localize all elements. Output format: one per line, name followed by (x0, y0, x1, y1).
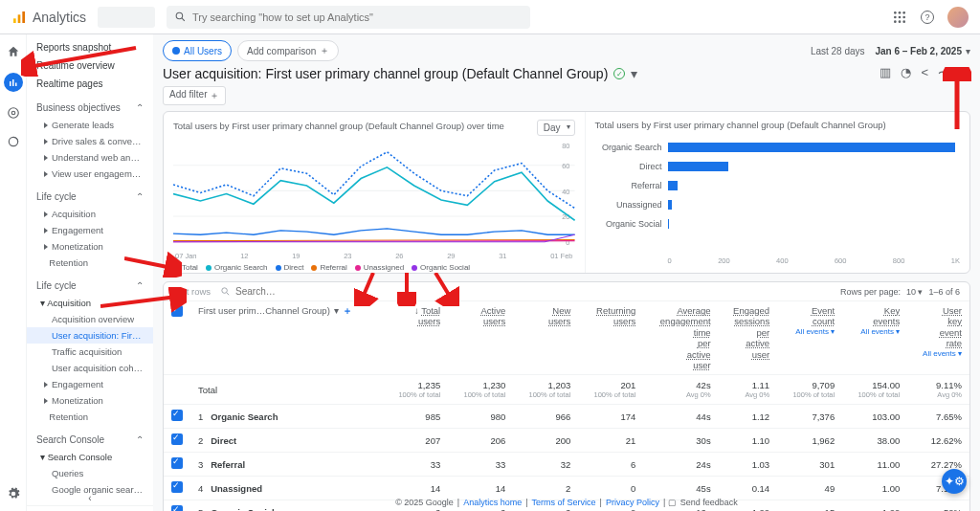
search-icon (174, 11, 187, 23)
sidebar-lc1-acquisition[interactable]: Acquisition (27, 206, 153, 222)
edit-icon[interactable]: ✎ (960, 65, 970, 82)
svg-point-8 (894, 15, 897, 18)
analytics-logo-icon (11, 10, 27, 25)
metric-header[interactable]: ↓ Totalusers (383, 301, 448, 375)
table-search[interactable] (220, 286, 831, 297)
bar-row: Organic Social (595, 216, 960, 232)
title-dropdown[interactable]: ▾ (631, 66, 637, 81)
svg-text:80: 80 (562, 141, 569, 149)
all-users-chip[interactable]: All Users (163, 40, 232, 61)
report-sidebar: Reports snapshot Realtime overview Realt… (27, 34, 153, 511)
sidebar-search-console[interactable]: Search Console⌃ (27, 431, 153, 449)
explore-icon[interactable] (6, 105, 21, 121)
table-row: 3 Referral333332624s1.0330111.0027.27% (164, 453, 969, 477)
svg-point-18 (11, 111, 15, 115)
share-icon[interactable]: < (921, 65, 928, 82)
sidebar-reports-snapshot[interactable]: Reports snapshot (27, 38, 153, 56)
help-icon[interactable]: ? (921, 11, 934, 24)
svg-point-11 (894, 20, 897, 23)
svg-point-9 (899, 15, 902, 18)
sidebar-lc1-monetization[interactable]: Monetization (27, 238, 153, 255)
table-search-input[interactable] (235, 286, 831, 297)
metric-header[interactable]: Activeusers (448, 301, 513, 375)
sidebar-life-cycle-1[interactable]: Life cycle⌃ (27, 188, 153, 206)
row-checkbox[interactable] (171, 481, 183, 493)
report-toolbar: ▥ ◔ < 〜 ✎ (880, 65, 970, 82)
granularity-select[interactable]: Day (537, 120, 575, 136)
admin-icon[interactable] (6, 486, 21, 501)
add-filter-button[interactable]: Add filter＋ (163, 86, 226, 105)
footer-feedback[interactable]: Send feedback (680, 498, 738, 507)
metric-header[interactable]: Averageengagementtimeperactiveuser (643, 301, 718, 375)
add-dimension-icon[interactable]: ＋ (343, 305, 352, 316)
sidebar-lc1-engagement[interactable]: Engagement (27, 222, 153, 238)
sidebar-realtime-overview[interactable]: Realtime overview (27, 56, 153, 75)
sidebar-sc-group[interactable]: ▾ Search Console (27, 449, 153, 465)
sidebar-sc-queries[interactable]: Queries (27, 465, 153, 481)
sidebar-life-cycle-2[interactable]: Life cycle⌃ (27, 277, 153, 295)
brand-name: Analytics (33, 10, 86, 25)
reports-icon[interactable] (4, 73, 23, 92)
sidebar-user-acq-cohorts[interactable]: User acquisition cohorts (27, 360, 153, 376)
apps-icon[interactable] (892, 10, 907, 25)
metric-header[interactable]: KeyeventsAll events ▾ (842, 301, 907, 375)
sidebar-realtime-pages[interactable]: Realtime pages (27, 75, 153, 93)
svg-text:60: 60 (562, 162, 569, 170)
footer-tos[interactable]: Terms of Service (532, 498, 596, 507)
charts-card: Total users by First user primary channe… (163, 111, 970, 274)
bar-chart-panel: Total users by First user primary channe… (586, 112, 969, 273)
sidebar-business-objectives[interactable]: Business objectives⌃ (27, 99, 153, 117)
global-search[interactable] (167, 6, 530, 29)
search-input[interactable] (192, 11, 523, 23)
metric-header[interactable]: UserkeyeventrateAll events ▾ (907, 301, 969, 375)
sidebar-generate-leads[interactable]: Generate leads (27, 117, 153, 133)
metric-header[interactable]: Newusers (513, 301, 578, 375)
customize-cols-icon[interactable]: ▥ (880, 65, 891, 82)
plot-rows-button[interactable]: Plot rows (173, 286, 211, 297)
sidebar-acq-overview[interactable]: Acquisition overview (27, 311, 153, 327)
row-checkbox[interactable] (171, 505, 183, 511)
sidebar-traffic-acquisition[interactable]: Traffic acquisition (27, 344, 153, 360)
metric-header[interactable]: Returningusers (578, 301, 643, 375)
row-checkbox[interactable] (171, 457, 183, 469)
sidebar-library[interactable]: Library (27, 505, 153, 511)
account-selector[interactable] (98, 7, 155, 28)
sidebar-understand-web[interactable]: Understand web and/or app t… (27, 149, 153, 166)
footer-privacy[interactable]: Privacy Policy (606, 498, 659, 507)
row-checkbox[interactable] (171, 410, 183, 421)
sidebar-lc1-retention[interactable]: Retention (27, 255, 153, 271)
table-row: 2 Direct2072062002130s1.101,96238.0012.6… (164, 429, 969, 453)
select-all-checkbox[interactable] (171, 305, 183, 317)
ai-assistant-fab[interactable]: ✦⚙ (942, 469, 967, 494)
home-icon[interactable] (6, 44, 21, 59)
trend-icon[interactable]: 〜 (938, 65, 950, 82)
line-chart-panel: Total users by First user primary channe… (164, 112, 586, 273)
collapse-sidebar[interactable]: ‹ (88, 493, 91, 503)
table-row: 1 Organic Search98598096617444s1.127,376… (164, 405, 969, 429)
sidebar-user-acquisition[interactable]: User acquisition: First user … (27, 327, 153, 344)
svg-point-7 (902, 11, 905, 14)
svg-point-3 (176, 12, 183, 19)
advertising-icon[interactable] (6, 134, 21, 149)
sidebar-lc2-acquisition[interactable]: ▾ Acquisition (27, 295, 153, 311)
search-icon (220, 286, 231, 297)
user-avatar[interactable] (947, 7, 969, 28)
page-title: User acquisition: First user primary cha… (163, 66, 637, 81)
add-comparison-chip[interactable]: Add comparison＋ (237, 40, 339, 61)
bar-row: Organic Search (595, 140, 960, 155)
rpp-select[interactable]: 10 ▾ (906, 287, 924, 297)
sidebar-lc2-engagement[interactable]: Engagement (27, 376, 153, 392)
metric-header[interactable]: Engagedsessionsperactiveuser (719, 301, 778, 375)
insights-icon[interactable]: ◔ (901, 65, 911, 82)
row-checkbox[interactable] (171, 433, 183, 445)
svg-rect-1 (18, 14, 21, 23)
footer-analytics-home[interactable]: Analytics home (463, 498, 522, 507)
sidebar-lc2-monetization[interactable]: Monetization (27, 392, 153, 409)
date-range-picker[interactable]: Last 28 days Jan 6 – Feb 2, 2025▾ (811, 46, 970, 56)
dimension-header[interactable]: First user prim…Channel Group) ▾ ＋ (190, 301, 383, 375)
metric-header[interactable]: EventcountAll events ▾ (777, 301, 842, 375)
svg-point-17 (8, 108, 18, 119)
sidebar-user-engagement[interactable]: View user engagement & rete… (27, 166, 153, 182)
sidebar-drive-sales[interactable]: Drive sales & conversions (27, 133, 153, 149)
sidebar-lc2-retention[interactable]: Retention (27, 409, 153, 425)
